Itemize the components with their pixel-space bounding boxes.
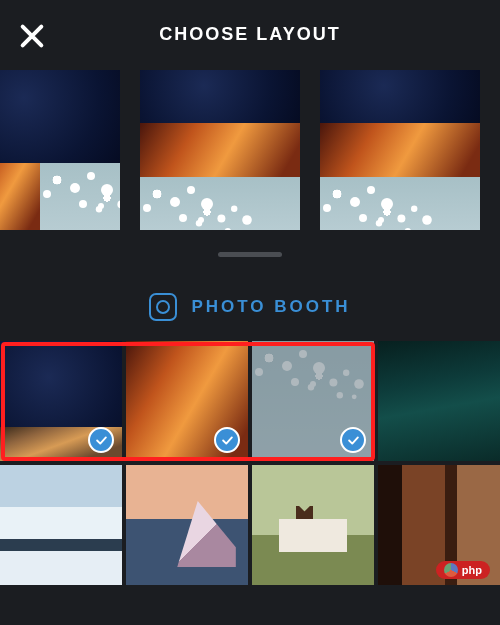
layout-option-a[interactable] — [0, 70, 120, 230]
photo-booth-label: PHOTO BOOTH — [191, 297, 350, 317]
photo-thumb-4[interactable] — [378, 341, 500, 461]
header: CHOOSE LAYOUT — [0, 0, 500, 60]
photo-thumb-1[interactable] — [0, 341, 122, 461]
photo-booth-button[interactable]: PHOTO BOOTH — [0, 293, 500, 321]
checkmark-icon — [340, 427, 366, 453]
watermark-text: php — [462, 564, 482, 576]
php-logo-icon — [444, 563, 458, 577]
photo-thumb-3[interactable] — [252, 341, 374, 461]
photo-grid-wrap: php — [0, 341, 500, 585]
photo-thumb-7[interactable] — [252, 465, 374, 585]
layout-carousel[interactable] — [0, 70, 500, 236]
watermark-badge: php — [436, 561, 490, 579]
checkmark-icon — [214, 427, 240, 453]
photo-thumb-5[interactable] — [0, 465, 122, 585]
photo-grid: php — [0, 341, 500, 585]
layout-option-c[interactable] — [320, 70, 480, 230]
photo-thumb-8[interactable]: php — [378, 465, 500, 585]
photo-thumb-2[interactable] — [126, 341, 248, 461]
layout-option-b[interactable] — [140, 70, 300, 230]
camera-icon — [149, 293, 177, 321]
checkmark-icon — [88, 427, 114, 453]
carousel-scroll-indicator — [218, 252, 282, 257]
header-title: CHOOSE LAYOUT — [0, 24, 500, 45]
photo-thumb-6[interactable] — [126, 465, 248, 585]
